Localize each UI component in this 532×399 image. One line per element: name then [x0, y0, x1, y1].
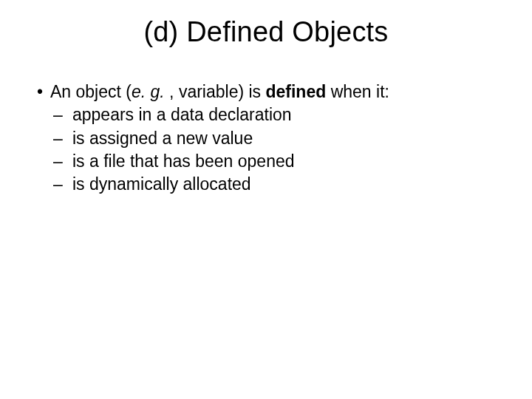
- lead-defined: defined: [265, 82, 326, 101]
- dash-icon: –: [53, 173, 72, 195]
- list-item: – is a file that has been opened: [53, 150, 502, 172]
- lead-eg: e. g.: [132, 82, 169, 101]
- list-item: – is assigned a new value: [53, 127, 502, 149]
- bullet-icon: •: [30, 81, 50, 103]
- slide-body: • An object (e. g. , variable) is define…: [30, 81, 502, 196]
- bullet-lead: • An object (e. g. , variable) is define…: [30, 81, 502, 103]
- list-item-text: is dynamically allocated: [72, 173, 251, 195]
- lead-pre: An object (: [50, 82, 132, 101]
- list-item-text: is assigned a new value: [72, 127, 253, 149]
- dash-icon: –: [53, 127, 72, 149]
- slide: (d) Defined Objects • An object (e. g. ,…: [0, 0, 532, 399]
- slide-title: (d) Defined Objects: [30, 16, 502, 48]
- lead-post: when it:: [326, 82, 389, 101]
- list-item: – appears in a data declaration: [53, 103, 502, 126]
- list-item-text: appears in a data declaration: [72, 103, 292, 126]
- dash-icon: –: [53, 150, 72, 172]
- dash-icon: –: [53, 103, 72, 126]
- lead-mid: , variable) is: [169, 82, 265, 101]
- list-item-text: is a file that has been opened: [72, 150, 295, 172]
- bullet-lead-text: An object (e. g. , variable) is defined …: [50, 81, 502, 103]
- list-item: – is dynamically allocated: [53, 173, 502, 195]
